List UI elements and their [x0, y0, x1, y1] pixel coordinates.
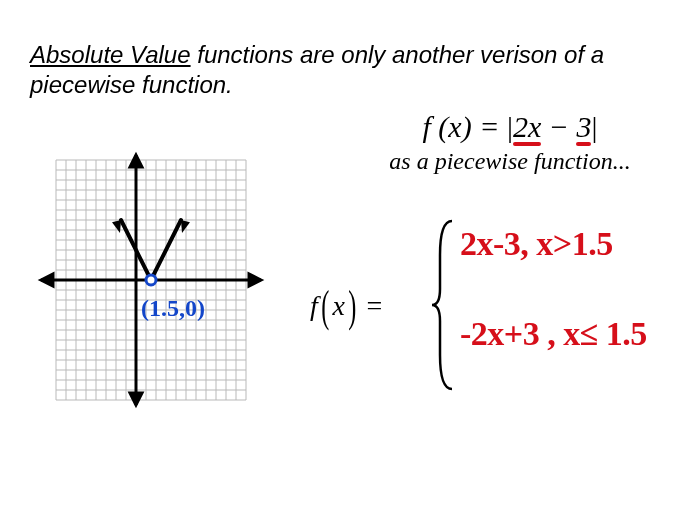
svg-marker-47: [41, 274, 53, 286]
fx-equals: =: [360, 290, 383, 321]
paren-open-icon: (: [321, 281, 329, 332]
equation-subtitle: as a piecewise function...: [310, 148, 700, 175]
eq-prefix: f (x) =: [423, 110, 507, 143]
piecewise-brace-icon: [430, 215, 460, 395]
fx-x: x: [332, 290, 344, 321]
graph-svg: [36, 150, 266, 410]
slide: Absolute Value functions are only anothe…: [0, 0, 700, 525]
vertex-label: (1.5,0): [141, 295, 205, 322]
equation-column: f (x) = |2x − 3| as a piecewise function…: [310, 110, 700, 175]
abs-bar-close: |: [591, 110, 597, 143]
svg-marker-49: [130, 155, 142, 167]
fx-f: f: [310, 290, 318, 321]
graph-panel: (1.5,0): [36, 150, 266, 410]
content-row: (1.5,0) f (x) = |2x − 3| as a piecewise …: [30, 130, 680, 505]
heading-absolute-value: Absolute Value: [30, 41, 191, 68]
abs-bar-open: |: [507, 110, 513, 143]
fx-label: f(x) =: [310, 275, 382, 326]
paren-close-icon: ): [348, 281, 356, 332]
svg-marker-50: [130, 393, 142, 405]
eq-minus: −: [541, 110, 576, 143]
svg-marker-46: [249, 274, 261, 286]
eq-term-3: 3: [576, 110, 591, 143]
eq-term-2x: 2x: [513, 110, 541, 143]
piecewise-case-2: -2x+3 , x≤ 1.5: [460, 315, 647, 353]
vertex-point: [146, 275, 156, 285]
piecewise-case-1: 2x-3, x>1.5: [460, 225, 613, 263]
intro-text: Absolute Value functions are only anothe…: [30, 40, 670, 100]
piecewise-definition: f(x) = 2x-3, x>1.5 -2x+3 , x≤ 1.5: [310, 205, 700, 405]
function-equation: f (x) = |2x − 3|: [310, 110, 700, 144]
